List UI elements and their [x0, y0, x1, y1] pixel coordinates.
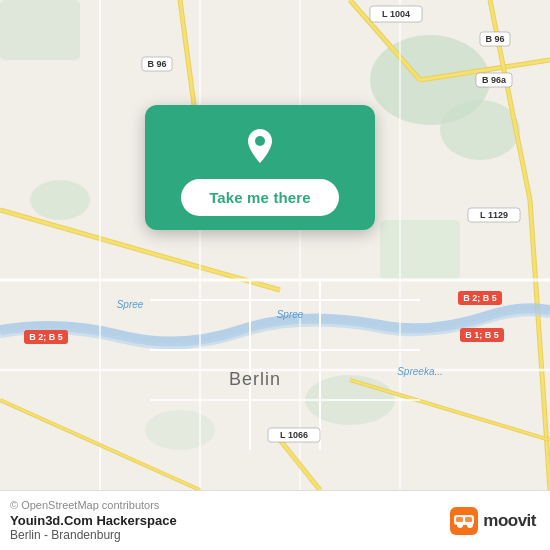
moovit-label: moovit — [483, 511, 536, 531]
svg-rect-3 — [0, 0, 80, 60]
svg-rect-66 — [465, 517, 472, 522]
copyright-text: © OpenStreetMap contributors — [10, 499, 177, 511]
svg-text:L 1129: L 1129 — [480, 210, 508, 220]
svg-text:L 1066: L 1066 — [280, 430, 308, 440]
location-pin-icon — [238, 123, 282, 167]
svg-text:Spreeka...: Spreeka... — [397, 366, 443, 377]
map-popup: Take me there — [145, 105, 375, 230]
svg-text:Spree: Spree — [277, 309, 304, 320]
map-background: L 1004 B 96 B 96 B 96a L 1129 B 2; B 5 B… — [0, 0, 550, 490]
svg-text:Spree: Spree — [117, 299, 144, 310]
svg-text:B 2; B 5: B 2; B 5 — [463, 293, 497, 303]
svg-text:B 96: B 96 — [147, 59, 166, 69]
svg-text:B 1; B 5: B 1; B 5 — [465, 330, 499, 340]
svg-point-7 — [145, 410, 215, 450]
svg-point-60 — [255, 136, 265, 146]
svg-text:Berlin: Berlin — [229, 369, 281, 389]
svg-text:B 2; B 5: B 2; B 5 — [29, 332, 63, 342]
location-info: © OpenStreetMap contributors Youin3d.Com… — [10, 499, 177, 542]
svg-rect-5 — [380, 220, 460, 280]
svg-point-4 — [30, 180, 90, 220]
bottom-bar: © OpenStreetMap contributors Youin3d.Com… — [0, 490, 550, 550]
location-subtitle: Berlin - Brandenburg — [10, 528, 177, 542]
svg-rect-65 — [456, 517, 463, 522]
take-me-there-button[interactable]: Take me there — [181, 179, 339, 216]
svg-point-2 — [440, 100, 520, 160]
location-name: Youin3d.Com Hackerspace — [10, 513, 177, 528]
moovit-logo: moovit — [450, 507, 536, 535]
svg-text:L 1004: L 1004 — [382, 9, 410, 19]
svg-text:B 96: B 96 — [485, 34, 504, 44]
moovit-icon — [450, 507, 478, 535]
map-container: L 1004 B 96 B 96 B 96a L 1129 B 2; B 5 B… — [0, 0, 550, 490]
svg-text:B 96a: B 96a — [482, 75, 507, 85]
